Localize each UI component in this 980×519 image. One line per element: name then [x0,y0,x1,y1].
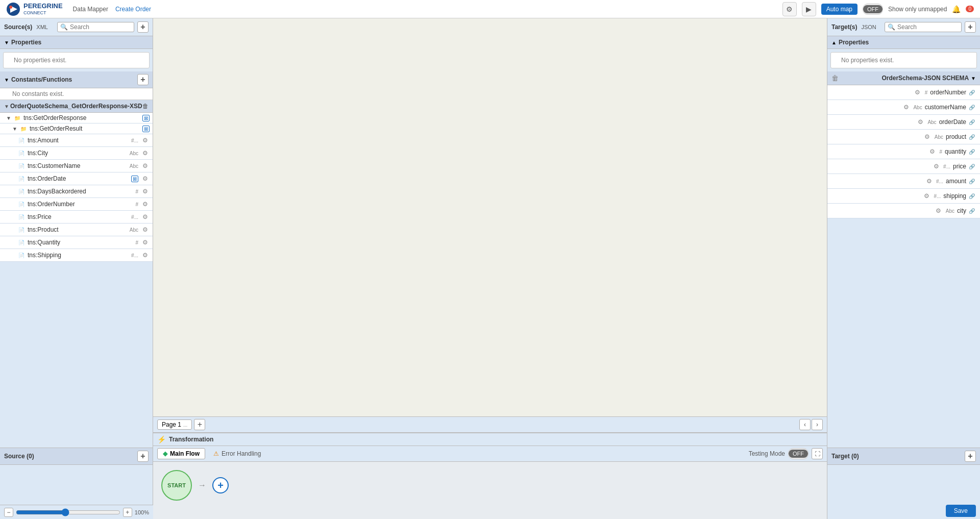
save-button[interactable]: Save [946,505,976,517]
testing-toggle[interactable]: OFF [788,448,808,459]
target-search-box[interactable]: 🔍 [885,22,962,32]
topbar-link[interactable]: Create Order [115,6,151,13]
settings-button[interactable]: ⚙ [782,2,797,16]
target-schema: 🗑 OrderSchema-JSON SCHEMA ▼ ⚙ # orderNum… [827,71,980,448]
price-target-gear[interactable]: ⚙ [932,162,941,171]
city-link-icon: 🔗 [969,208,975,214]
main-layout: Source(s) XML 🔍 + ▼ Properties No proper… [0,18,980,519]
target-search-input[interactable] [897,23,959,31]
source-bottom-add[interactable]: + [137,451,149,462]
transformation-header: ⚡ Transformation [153,433,827,446]
schema-title: OrderQuoteSchema_GetOrderResponse-XSD [10,103,142,110]
tree-node-city[interactable]: 📄 tns:City Abc ⚙ [0,147,153,160]
constants-content: No constants exist. [0,88,153,100]
play-button[interactable]: ▶ [802,2,816,16]
tree-node-getorderresult[interactable]: ▼ 📁 tns:GetOrderResult ⊠ [0,123,153,134]
target-item-city[interactable]: ⚙ Abc city 🔗 [827,204,980,218]
amount-target-gear[interactable]: ⚙ [924,177,934,186]
target-props-arrow: ▲ [831,40,837,45]
page-next-button[interactable]: › [812,419,823,430]
no-target-properties: No properties exist. [835,53,900,68]
main-flow-icon: ◆ [163,450,167,457]
tree-node-ordernumber[interactable]: 📄 tns:OrderNumber # ⚙ [0,198,153,211]
product-target-gear[interactable]: ⚙ [923,132,932,141]
target-schema-header[interactable]: 🗑 OrderSchema-JSON SCHEMA ▼ [827,71,980,85]
schema-delete-icon[interactable]: 🗑 [142,103,149,110]
city-target-gear[interactable]: ⚙ [934,206,943,215]
doc-icon-cname: 📄 [18,163,24,169]
daysbackordered-gear[interactable]: ⚙ [140,187,150,196]
flow-arrow: → [198,481,206,490]
folder-icon-2: 📁 [20,126,27,132]
flow-add-button[interactable]: + [212,477,229,493]
target-item-product[interactable]: ⚙ Abc product 🔗 [827,130,980,144]
shipping-target-gear[interactable]: ⚙ [922,191,931,201]
city-gear[interactable]: ⚙ [140,149,150,158]
tree-node-shipping[interactable]: 📄 tns:Shipping #... ⚙ [0,249,153,262]
target-item-shipping[interactable]: ⚙ #... shipping 🔗 [827,189,980,204]
orderdate-gear[interactable]: ⚙ [140,174,150,183]
product-gear[interactable]: ⚙ [140,225,150,234]
customername-gear[interactable]: ⚙ [140,161,150,170]
target-item-customername[interactable]: ⚙ Abc customerName 🔗 [827,100,980,115]
zoom-minus-button[interactable]: − [4,508,13,517]
page-navigation: ‹ › [799,419,823,430]
page-add-button[interactable]: + [194,419,205,430]
tree-node-orderdate[interactable]: 📄 tns:OrderDate ⊠ ⚙ [0,172,153,185]
tree-node-quantity[interactable]: 📄 tns:Quantity # ⚙ [0,236,153,249]
tree-node-customername[interactable]: 📄 tns:CustomerName Abc ⚙ [0,160,153,172]
quantity-target-gear[interactable]: ⚙ [927,147,937,156]
target-item-amount[interactable]: ⚙ #... amount 🔗 [827,174,980,189]
start-node[interactable]: START [161,470,192,501]
search-icon: 🔍 [60,23,68,31]
target-item-orderdate[interactable]: ⚙ Abc orderDate 🔗 [827,115,980,130]
customername-target-gear[interactable]: ⚙ [901,103,911,112]
testing-toggle-label: OFF [789,450,808,458]
source-add-button[interactable]: + [137,21,149,33]
automap-button[interactable]: Auto map [821,4,857,15]
tree-node-price[interactable]: 📄 tns:Price #... ⚙ [0,211,153,224]
quantity-gear[interactable]: ⚙ [140,238,150,247]
target-schema-title: OrderSchema-JSON SCHEMA [841,75,969,82]
constants-add-button[interactable]: + [137,74,149,85]
ordernumber-target-gear[interactable]: ⚙ [913,88,922,97]
source-search-input[interactable] [70,23,131,31]
logo: PEREGRINE CONNECT [6,2,63,16]
zoom-plus-button[interactable]: + [123,508,132,517]
target-bottom-add[interactable]: + [965,451,976,462]
doc-icon-ship: 📄 [18,253,24,258]
shipping-gear[interactable]: ⚙ [140,251,150,260]
target-schema-delete[interactable]: 🗑 [831,74,839,82]
amount-gear[interactable]: ⚙ [140,136,150,145]
expand-button[interactable]: ⛶ [812,448,823,459]
source-search-box[interactable]: 🔍 [57,22,134,32]
schema-header[interactable]: ▼ OrderQuoteSchema_GetOrderResponse-XSD … [0,100,153,113]
page-1-tab[interactable]: Page 1 ... [157,419,192,430]
target-bottom-header: Target (0) + [827,448,980,465]
target-item-ordernumber[interactable]: ⚙ # orderNumber 🔗 [827,85,980,100]
canvas-area [153,18,827,416]
toggle-off-label: OFF [863,5,883,13]
automap-toggle[interactable]: OFF [863,4,883,15]
show-unmapped-label: Show only unmapped [888,6,947,13]
properties-section-header[interactable]: ▼ Properties [0,36,153,49]
page-prev-button[interactable]: ‹ [799,419,811,430]
error-handling-tab[interactable]: ⚠ Error Handling [208,449,266,459]
ordernumber-gear[interactable]: ⚙ [140,200,150,209]
zoom-slider[interactable] [16,508,120,516]
target-properties-header[interactable]: ▲ Properties [827,36,980,49]
doc-icon-onum: 📄 [18,202,24,207]
target-add-button[interactable]: + [965,21,976,33]
logo-icon [6,2,20,16]
bell-icon[interactable]: 🔔 [952,5,961,13]
price-gear[interactable]: ⚙ [140,212,150,221]
target-item-quantity[interactable]: ⚙ # quantity 🔗 [827,144,980,159]
main-flow-tab[interactable]: ◆ Main Flow [157,448,205,459]
orderdate-target-gear[interactable]: ⚙ [916,117,925,127]
tree-node-amount[interactable]: 📄 tns:Amount #... ⚙ [0,134,153,147]
target-panel-header: Target(s) JSON 🔍 + [827,18,980,36]
tree-node-daysbackordered[interactable]: 📄 tns:DaysBackordered # ⚙ [0,185,153,198]
target-item-price[interactable]: ⚙ #... price 🔗 [827,159,980,174]
tree-node-product[interactable]: 📄 tns:Product Abc ⚙ [0,224,153,236]
tree-node-getorderresponse[interactable]: ▼ 📁 tns:GetOrderResponse ⊠ [0,113,153,123]
